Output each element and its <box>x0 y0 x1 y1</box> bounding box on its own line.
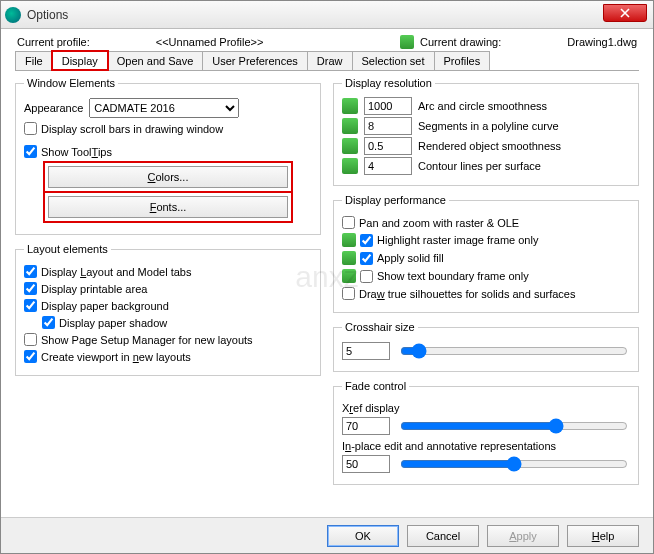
layout-tabs-checkbox[interactable] <box>24 265 37 278</box>
segments-icon <box>342 118 358 134</box>
highlight-icon <box>342 233 356 247</box>
rendered-icon <box>342 138 358 154</box>
printable-label: Display printable area <box>41 283 147 295</box>
scrollbars-checkbox[interactable] <box>24 122 37 135</box>
app-icon <box>5 7 21 23</box>
pan-checkbox[interactable] <box>342 216 355 229</box>
profile-row: Current profile: <<Unnamed Profile>> Cur… <box>1 29 653 51</box>
close-button[interactable] <box>603 4 647 22</box>
display-resolution-legend: Display resolution <box>342 77 435 89</box>
contour-icon <box>342 158 358 174</box>
contour-input[interactable] <box>364 157 412 175</box>
colors-button[interactable]: Colors... <box>48 166 288 188</box>
drawing-label: Current drawing: <box>420 36 501 48</box>
titlebar: Options <box>1 1 653 29</box>
pan-label: Pan and zoom with raster & OLE <box>359 217 519 229</box>
appearance-label: Appearance <box>24 102 83 114</box>
tab-selection-set[interactable]: Selection set <box>352 51 435 70</box>
content-area: Window Elements Appearance CADMATE 2016 … <box>1 71 653 499</box>
solid-checkbox[interactable] <box>360 252 373 265</box>
tooltips-checkbox[interactable] <box>24 145 37 158</box>
contour-label: Contour lines per surface <box>418 160 541 172</box>
ok-button[interactable]: OK <box>327 525 399 547</box>
left-column: Window Elements Appearance CADMATE 2016 … <box>15 77 321 491</box>
inplace-input[interactable] <box>342 455 390 473</box>
apply-button[interactable]: Apply <box>487 525 559 547</box>
textframe-checkbox[interactable] <box>360 270 373 283</box>
segments-input[interactable] <box>364 117 412 135</box>
scrollbars-label: Display scroll bars in drawing window <box>41 123 223 135</box>
display-resolution-group: Display resolution Arc and circle smooth… <box>333 77 639 186</box>
page-setup-label: Show Page Setup Manager for new layouts <box>41 334 253 346</box>
layout-elements-legend: Layout elements <box>24 243 111 255</box>
window-elements-group: Window Elements Appearance CADMATE 2016 … <box>15 77 321 235</box>
drawing-value: Drawing1.dwg <box>567 36 637 48</box>
crosshair-group: Crosshair size <box>333 321 639 372</box>
viewport-label: Create viewport in new layouts <box>41 351 191 363</box>
arc-label: Arc and circle smoothness <box>418 100 547 112</box>
cancel-button[interactable]: Cancel <box>407 525 479 547</box>
fade-control-group: Fade control Xref display In-place edit … <box>333 380 639 485</box>
viewport-checkbox[interactable] <box>24 350 37 363</box>
window-title: Options <box>27 8 68 22</box>
layout-elements-group: Layout elements Display Layout and Model… <box>15 243 321 376</box>
segments-label: Segments in a polyline curve <box>418 120 559 132</box>
solid-icon <box>342 251 356 265</box>
rendered-label: Rendered object smoothness <box>418 140 561 152</box>
close-icon <box>620 8 630 18</box>
tab-open-save[interactable]: Open and Save <box>107 51 203 70</box>
help-button[interactable]: Help <box>567 525 639 547</box>
crosshair-legend: Crosshair size <box>342 321 418 333</box>
display-performance-group: Display performance Pan and zoom with ra… <box>333 194 639 313</box>
profile-label: Current profile: <box>17 36 90 48</box>
inplace-label: In-place edit and annotative representat… <box>342 440 630 452</box>
textframe-label: Show text boundary frame only <box>377 270 529 282</box>
tab-draw[interactable]: Draw <box>307 51 353 70</box>
tooltips-label: Show ToolTips <box>41 146 112 158</box>
arc-icon <box>342 98 358 114</box>
paper-bg-label: Display paper background <box>41 300 169 312</box>
tab-strip: File Display Open and Save User Preferen… <box>15 51 639 71</box>
solid-label: Apply solid fill <box>377 252 444 264</box>
xref-slider[interactable] <box>400 418 628 434</box>
fade-control-legend: Fade control <box>342 380 409 392</box>
xref-input[interactable] <box>342 417 390 435</box>
silhouettes-checkbox[interactable] <box>342 287 355 300</box>
crosshair-slider[interactable] <box>400 343 628 359</box>
profile-value: <<Unnamed Profile>> <box>156 36 264 48</box>
right-column: Display resolution Arc and circle smooth… <box>333 77 639 491</box>
printable-checkbox[interactable] <box>24 282 37 295</box>
arc-input[interactable] <box>364 97 412 115</box>
tab-display[interactable]: Display <box>52 51 108 70</box>
drawing-icon <box>400 35 414 49</box>
xref-label: Xref display <box>342 402 630 414</box>
window-elements-legend: Window Elements <box>24 77 118 89</box>
tab-profiles[interactable]: Profiles <box>434 51 491 70</box>
display-performance-legend: Display performance <box>342 194 449 206</box>
tab-file[interactable]: File <box>15 51 53 70</box>
appearance-combo[interactable]: CADMATE 2016 <box>89 98 239 118</box>
layout-tabs-label: Display Layout and Model tabs <box>41 266 191 278</box>
dialog-footer: OK Cancel Apply Help <box>1 517 653 553</box>
silhouettes-label: Draw true silhouettes for solids and sur… <box>359 288 575 300</box>
paper-bg-checkbox[interactable] <box>24 299 37 312</box>
highlight-checkbox[interactable] <box>360 234 373 247</box>
paper-shadow-checkbox[interactable] <box>42 316 55 329</box>
crosshair-input[interactable] <box>342 342 390 360</box>
inplace-slider[interactable] <box>400 456 628 472</box>
textframe-icon <box>342 269 356 283</box>
page-setup-checkbox[interactable] <box>24 333 37 346</box>
tab-user-prefs[interactable]: User Preferences <box>202 51 308 70</box>
options-dialog: Options Current profile: <<Unnamed Profi… <box>0 0 654 554</box>
highlight-label: Highlight raster image frame only <box>377 234 538 246</box>
rendered-input[interactable] <box>364 137 412 155</box>
fonts-button[interactable]: Fonts... <box>48 196 288 218</box>
paper-shadow-label: Display paper shadow <box>59 317 167 329</box>
